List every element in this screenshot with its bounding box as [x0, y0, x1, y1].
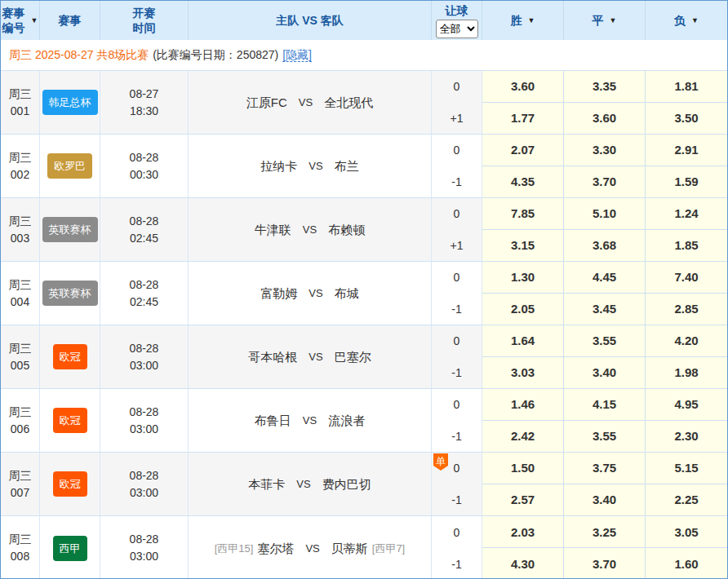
match-date: 08-28 — [130, 149, 159, 166]
odds-win-cell[interactable]: 2.57 — [482, 484, 564, 516]
match-id-cell: 周三 001 — [1, 71, 40, 134]
odds-win-cell[interactable]: 1.50 — [482, 453, 564, 484]
league-badge: 欧冠 — [53, 344, 87, 369]
match-day: 周三 — [9, 531, 32, 548]
odds-win-cell[interactable]: 7.85 — [482, 198, 564, 230]
odds-lose-cell[interactable]: 1.60 — [646, 548, 727, 579]
odds-win-cell[interactable]: 3.15 — [482, 230, 564, 262]
odds-draw-cell[interactable]: 3.35 — [564, 71, 646, 103]
teams-cell: 富勒姆 VS 布城 — [189, 262, 432, 325]
header-time-line2: 时间 — [133, 20, 156, 35]
odds-draw-cell[interactable]: 3.40 — [564, 484, 646, 516]
match-day-summary: 周三 2025-08-27 共8场比赛 — [9, 48, 149, 63]
sort-caret-icon[interactable]: ▼ — [31, 13, 38, 28]
handicap-filter-select[interactable]: 全部 — [436, 20, 478, 38]
odds-draw-cell[interactable]: 3.55 — [564, 325, 646, 357]
odds-lose-cell[interactable]: 2.91 — [646, 135, 727, 166]
handicap-cell: 0单-1 — [432, 453, 482, 515]
match-row: 周三 002 欧罗巴 08-28 00:30 拉纳卡 VS 布兰 0-1 2.0… — [1, 135, 727, 198]
win-dropdown-caret-icon[interactable]: ▼ — [528, 13, 535, 28]
lose-dropdown-caret-icon[interactable]: ▼ — [691, 13, 699, 28]
odds-lose-cell[interactable]: 2.25 — [646, 484, 727, 516]
away-team: 费内巴切 — [322, 475, 371, 493]
odds-win-cell[interactable]: 1.30 — [482, 262, 564, 294]
odds-lose-cell[interactable]: 1.59 — [646, 166, 727, 198]
odds-draw-cell[interactable]: 3.75 — [564, 453, 646, 484]
header-draw-label: 平 — [593, 13, 604, 28]
match-number-date-note: (比赛编号日期：250827) — [153, 48, 278, 63]
match-number: 006 — [11, 421, 29, 438]
header-win[interactable]: 胜 ▼ — [482, 1, 564, 40]
odds-draw-cell[interactable]: 3.45 — [564, 294, 646, 325]
match-date: 08-27 — [130, 86, 159, 103]
odds-lose-cell[interactable]: 1.98 — [646, 357, 727, 389]
hide-link[interactable]: [隐藏] — [282, 48, 312, 63]
odds-lose-cell[interactable]: 3.50 — [646, 103, 727, 135]
handicap-value: +1 — [432, 230, 482, 262]
odds-draw-cell[interactable]: 3.60 — [564, 103, 646, 135]
handicap-value: 0 — [432, 325, 482, 357]
odds-win-cell[interactable]: 2.42 — [482, 421, 564, 453]
handicap-value: +1 — [432, 103, 482, 135]
vs-label: VS — [299, 94, 313, 111]
odds-lose-cell[interactable]: 4.95 — [646, 389, 727, 421]
odds-win-cell[interactable]: 1.77 — [482, 103, 564, 135]
odds-draw-cell[interactable]: 4.45 — [564, 262, 646, 294]
draw-odds-column: 3.253.70 — [564, 516, 646, 579]
odds-lose-cell[interactable]: 2.30 — [646, 421, 727, 453]
match-id-cell: 周三 004 — [1, 262, 40, 325]
odds-win-cell[interactable]: 2.05 — [482, 294, 564, 325]
odds-draw-cell[interactable]: 3.55 — [564, 421, 646, 453]
odds-win-cell[interactable]: 1.46 — [482, 389, 564, 421]
match-time: 02:45 — [130, 294, 158, 311]
odds-lose-cell[interactable]: 1.24 — [646, 198, 727, 230]
odds-draw-cell[interactable]: 4.15 — [564, 389, 646, 421]
draw-dropdown-caret-icon[interactable]: ▼ — [610, 13, 617, 28]
header-teams-label: 主队 VS 客队 — [276, 13, 343, 28]
match-day: 周三 — [9, 340, 32, 357]
match-date: 08-28 — [130, 467, 159, 484]
lose-odds-column: 1.241.85 — [646, 198, 727, 261]
draw-odds-column: 3.753.40 — [564, 453, 646, 515]
home-team: 牛津联 — [255, 221, 291, 238]
odds-win-cell[interactable]: 1.64 — [482, 325, 564, 357]
odds-draw-cell[interactable]: 3.40 — [564, 357, 646, 389]
league-badge: 欧冠 — [53, 408, 87, 433]
win-odds-column: 3.601.77 — [482, 71, 564, 134]
draw-odds-column: 3.303.70 — [564, 135, 646, 197]
header-draw[interactable]: 平 ▼ — [564, 1, 646, 40]
match-time: 18:30 — [130, 103, 158, 120]
odds-win-cell[interactable]: 3.60 — [482, 71, 564, 103]
odds-draw-cell[interactable]: 3.68 — [564, 230, 646, 262]
odds-lose-cell[interactable]: 3.05 — [646, 516, 727, 548]
match-rows-container: 周三 001 韩足总杯 08-27 18:30 江原FC VS 全北现代 0+1… — [1, 71, 727, 579]
odds-win-cell[interactable]: 2.07 — [482, 135, 564, 166]
match-time: 03:00 — [130, 421, 158, 438]
odds-win-cell[interactable]: 4.30 — [482, 548, 564, 579]
away-team: 布赖顿 — [328, 221, 365, 238]
odds-lose-cell[interactable]: 7.40 — [646, 262, 727, 294]
odds-draw-cell[interactable]: 3.70 — [564, 166, 646, 198]
odds-lose-cell[interactable]: 5.15 — [646, 453, 727, 484]
odds-lose-cell[interactable]: 4.20 — [646, 325, 727, 357]
header-match-number-line2: 编号 — [2, 20, 25, 35]
lose-odds-column: 4.952.30 — [646, 389, 727, 452]
odds-win-cell[interactable]: 3.03 — [482, 357, 564, 389]
header-win-label: 胜 — [511, 13, 522, 28]
odds-win-cell[interactable]: 2.03 — [482, 516, 564, 548]
handicap-value: 0 — [432, 262, 482, 294]
odds-draw-cell[interactable]: 3.70 — [564, 548, 646, 579]
home-team: 哥本哈根 — [248, 348, 297, 365]
odds-draw-cell[interactable]: 3.30 — [564, 135, 646, 166]
odds-draw-cell[interactable]: 3.25 — [564, 516, 646, 548]
odds-lose-cell[interactable]: 1.81 — [646, 71, 727, 103]
odds-lose-cell[interactable]: 1.85 — [646, 230, 727, 262]
odds-lose-cell[interactable]: 2.85 — [646, 294, 727, 325]
header-lose[interactable]: 负 ▼ — [646, 1, 727, 40]
odds-win-cell[interactable]: 4.35 — [482, 166, 564, 198]
start-time-cell: 08-28 03:00 — [100, 325, 189, 388]
start-time-cell: 08-28 03:00 — [100, 389, 189, 452]
odds-draw-cell[interactable]: 5.10 — [564, 198, 646, 230]
header-match-number[interactable]: 赛事 编号 ▼ — [1, 1, 40, 40]
header-handicap-label: 让球 — [446, 3, 468, 18]
